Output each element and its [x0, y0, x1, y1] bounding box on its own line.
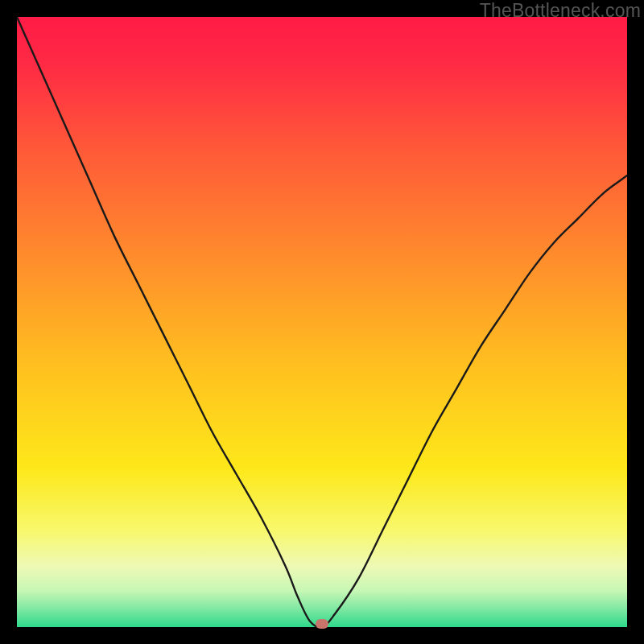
optimal-point-marker: [316, 619, 328, 629]
watermark-text: TheBottleneck.com: [480, 0, 641, 22]
bottleneck-curve: [17, 17, 627, 627]
plot-frame: [17, 17, 627, 627]
